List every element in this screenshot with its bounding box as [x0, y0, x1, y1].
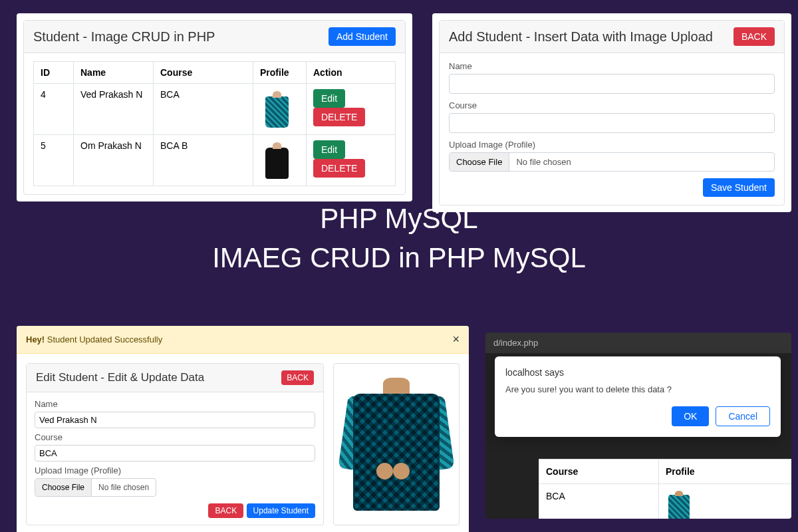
cancel-button[interactable]: Cancel — [716, 406, 770, 426]
update-student-button[interactable]: Update Student — [247, 503, 315, 518]
course-field[interactable] — [35, 445, 315, 462]
name-field[interactable] — [35, 412, 315, 428]
profile-image — [260, 140, 293, 180]
profile-preview — [333, 363, 460, 525]
table-row: 4 Ved Prakash N BCA Edit DELETE — [34, 84, 396, 135]
background-table: Course Profile BCA — [539, 459, 791, 519]
name-label: Name — [449, 61, 775, 71]
save-student-button[interactable]: Save Student — [703, 178, 775, 197]
confirm-dialog: localhost says Are you sure! you want to… — [495, 356, 781, 437]
file-status: No file chosen — [509, 153, 577, 171]
file-status: No file chosen — [92, 479, 156, 496]
url-bar: d/index.php — [485, 332, 791, 353]
delete-button[interactable]: DELETE — [313, 159, 365, 178]
edit-title: Edit Student - Edit & Update Data — [36, 371, 204, 384]
upload-label: Upload Image (Profile) — [35, 466, 315, 475]
close-icon[interactable]: × — [452, 332, 460, 346]
col-name: Name — [74, 62, 154, 84]
col-course: Course — [154, 62, 253, 84]
edit-button[interactable]: Edit — [313, 89, 345, 108]
choose-file-button[interactable]: Choose File — [450, 153, 509, 171]
course-label: Course — [449, 100, 775, 110]
table-row: 5 Om Prakash N BCA B Edit DELETE — [34, 135, 396, 186]
student-list-panel: Student - Image CRUD in PHP Add Student … — [17, 13, 412, 201]
hero-title: PHP MySQL IMAEG CRUD in PHP MySQL — [0, 200, 798, 278]
add-title: Add Student - Insert Data with Image Upl… — [449, 29, 713, 45]
upload-label: Upload Image (Profile) — [449, 140, 775, 150]
add-student-panel: Add Student - Insert Data with Image Upl… — [432, 13, 791, 212]
col-action: Action — [307, 62, 396, 84]
col-profile: Profile — [253, 62, 307, 84]
choose-file-button[interactable]: Choose File — [35, 479, 92, 496]
course-label: Course — [35, 432, 315, 442]
students-table: ID Name Course Profile Action 4 Ved Prak… — [33, 61, 396, 186]
confirm-panel: d/index.php Course Profile BCA localhost… — [485, 332, 791, 519]
back-button[interactable]: BACK — [208, 503, 243, 518]
dialog-host: localhost says — [505, 367, 770, 378]
edit-button[interactable]: Edit — [313, 140, 345, 159]
list-title: Student - Image CRUD in PHP — [33, 29, 215, 45]
profile-image — [260, 89, 293, 129]
col-id: ID — [34, 62, 74, 84]
back-button[interactable]: BACK — [281, 370, 314, 385]
profile-image — [666, 491, 692, 519]
add-student-button[interactable]: Add Student — [329, 27, 396, 46]
name-label: Name — [35, 399, 315, 409]
back-button[interactable]: BACK — [733, 27, 775, 46]
success-alert: Hey! Student Updated Successfully × — [17, 326, 469, 354]
ok-button[interactable]: OK — [672, 406, 709, 426]
course-field[interactable] — [449, 113, 775, 133]
delete-button[interactable]: DELETE — [313, 108, 365, 126]
dialog-message: Are you sure! you want to delete this da… — [505, 384, 770, 394]
edit-student-panel: Hey! Student Updated Successfully × Edit… — [17, 326, 469, 532]
name-field[interactable] — [449, 74, 775, 94]
